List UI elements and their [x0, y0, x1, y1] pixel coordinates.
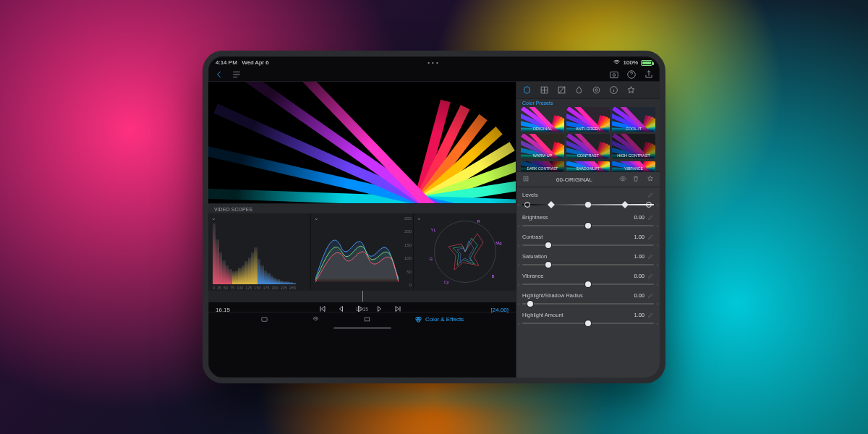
- slider-highlight-amount[interactable]: Highlight Amount1.00‹›: [522, 312, 654, 327]
- vtag-yl: YL: [431, 228, 436, 232]
- pencil-icon[interactable]: [647, 192, 654, 198]
- slider-thumb[interactable]: [527, 301, 533, 307]
- panel-tab-color[interactable]: [522, 85, 532, 95]
- panel-tab-curves[interactable]: [557, 85, 566, 95]
- timeline-ruler[interactable]: [208, 290, 516, 302]
- inspector-panel: Color Presets ORIGINALANTI-GREENCOOL-ITW…: [516, 82, 660, 378]
- pencil-icon[interactable]: [647, 273, 654, 279]
- slider-thumb[interactable]: [545, 262, 551, 268]
- snapshot-button[interactable]: [609, 69, 619, 80]
- battery-icon: [641, 60, 652, 66]
- slider-saturation[interactable]: Saturation1.00‹›: [522, 253, 654, 268]
- preset-shadowlift[interactable]: SHADOWLIFT: [566, 161, 610, 171]
- preset-warm-up[interactable]: WARM-UP: [521, 134, 564, 158]
- home-indicator[interactable]: [333, 327, 391, 329]
- sliders-list: Levels‹›Brightness0.00‹›Contrast1.00‹›Sa…: [516, 187, 660, 378]
- levels-handle[interactable]: [646, 202, 652, 208]
- slider-vibrance[interactable]: Vibrance0.00‹›: [522, 273, 654, 288]
- vectorscope-trace: [434, 221, 496, 283]
- multitask-dots[interactable]: •••: [427, 59, 440, 66]
- svg-point-4: [315, 318, 317, 320]
- left-column: VIDEO SCOPES ⌄ 0255075100125150175200225…: [208, 82, 516, 378]
- playhead[interactable]: [362, 291, 363, 302]
- preset-grid: ORIGINALANTI-GREENCOOL-ITWARM-UPCONTRAST…: [516, 107, 660, 161]
- tab-audio[interactable]: [312, 315, 320, 323]
- svg-point-11: [595, 89, 597, 91]
- slider-thumb[interactable]: [585, 281, 591, 287]
- levels-handle[interactable]: [524, 202, 530, 208]
- app-toolbar: [208, 68, 660, 82]
- svg-point-10: [593, 87, 600, 93]
- slider-levels[interactable]: Levels‹›: [522, 192, 654, 210]
- slider-thumb[interactable]: [545, 242, 551, 248]
- panel-tab-drop[interactable]: [574, 85, 584, 95]
- selected-preset: 00-ORIGINAL: [556, 176, 592, 183]
- vtag-cy: Cy: [444, 280, 449, 284]
- presets-title: Color Presets: [516, 99, 660, 107]
- waveform-yticks: 255200150100500: [404, 216, 412, 287]
- tab-color-effects[interactable]: Color & Effects: [414, 315, 464, 323]
- help-button[interactable]: [626, 69, 637, 80]
- levels-handle[interactable]: [621, 201, 629, 208]
- panel-tab-lut[interactable]: [540, 85, 549, 95]
- main-row: VIDEO SCOPES ⌄ 0255075100125150175200225…: [208, 82, 660, 378]
- preset-anti-green[interactable]: ANTI-GREEN: [566, 107, 610, 132]
- pencil-icon[interactable]: [647, 214, 654, 221]
- vtag-g: G: [430, 257, 433, 261]
- app-screen: 4:14 PM Wed Apr 6 ••• 100% VIDEO SCOPES: [208, 56, 660, 378]
- pencil-icon[interactable]: [647, 292, 654, 299]
- preset-cool-it[interactable]: COOL-IT: [612, 107, 655, 132]
- preset-vibrance[interactable]: VIBRANCE: [612, 161, 655, 171]
- histogram-scope[interactable]: ⌄ 0255075100125150175200225255: [208, 213, 311, 290]
- slider-brightness[interactable]: Brightness0.00‹›: [522, 214, 654, 229]
- scopes-header: VIDEO SCOPES: [208, 203, 516, 213]
- status-time: 4:14 PM: [216, 59, 237, 66]
- waveform-scope[interactable]: ⌄ 255200150100500: [311, 213, 414, 290]
- back-button[interactable]: [214, 69, 224, 80]
- video-preview[interactable]: [208, 82, 516, 203]
- vtag-mg: Mg: [495, 241, 501, 245]
- status-bar: 4:14 PM Wed Apr 6 ••• 100%: [208, 56, 660, 68]
- favorite-toggle[interactable]: [647, 175, 654, 184]
- preset-original[interactable]: ORIGINAL: [521, 107, 564, 132]
- waveform-plot: [315, 221, 399, 287]
- tab-clip[interactable]: [260, 315, 268, 323]
- slider-thumb[interactable]: [585, 223, 591, 229]
- pencil-icon[interactable]: [647, 253, 654, 260]
- tab-frame[interactable]: [363, 315, 371, 323]
- library-button[interactable]: [231, 69, 242, 80]
- vectorscope-graphic: R Mg B Cy G YL: [434, 221, 496, 283]
- svg-point-14: [622, 178, 624, 180]
- slider-highlight-shadow-radius[interactable]: Highlight/Shadow Radius0.00‹›: [522, 292, 654, 307]
- status-left: 4:14 PM Wed Apr 6: [216, 59, 269, 66]
- histogram-bars: [213, 221, 296, 284]
- preset-high contrast[interactable]: HIGH CONTRAST: [612, 134, 655, 158]
- vtag-b: B: [491, 274, 494, 278]
- chevron-down-icon[interactable]: ⌄: [417, 215, 422, 221]
- pencil-icon[interactable]: [647, 234, 654, 240]
- share-button[interactable]: [644, 69, 654, 80]
- panel-toolbar: [516, 82, 660, 99]
- add-layer-button[interactable]: [522, 175, 529, 184]
- inspector-header: 00-ORIGINAL: [516, 171, 660, 187]
- preset-dark contrast[interactable]: DARK CONTRAST: [521, 161, 564, 171]
- tablet-reflection: [246, 383, 622, 412]
- visibility-toggle[interactable]: [619, 175, 626, 184]
- pencil-icon[interactable]: [647, 312, 654, 318]
- preset-contrast[interactable]: CONTRAST: [566, 134, 610, 158]
- slider-contrast[interactable]: Contrast1.00‹›: [522, 234, 654, 249]
- panel-tab-info[interactable]: [609, 85, 618, 95]
- delete-button[interactable]: [632, 175, 639, 184]
- panel-tab-wheel[interactable]: [592, 85, 601, 95]
- status-right: 100%: [613, 59, 652, 67]
- battery-pct: 100%: [624, 59, 638, 66]
- wifi-icon: [613, 59, 621, 67]
- slider-thumb[interactable]: [585, 320, 591, 326]
- levels-handle[interactable]: [548, 201, 555, 208]
- svg-rect-0: [610, 72, 618, 78]
- video-scopes: ⌄ 0255075100125150175200225255 ⌄ 2552001…: [208, 213, 516, 290]
- panel-tab-fav[interactable]: [626, 85, 636, 95]
- bottom-tabbar: Color & Effects: [208, 312, 516, 325]
- vectorscope[interactable]: ⌄ R Mg B Cy G YL: [414, 213, 516, 290]
- levels-handle[interactable]: [585, 202, 591, 208]
